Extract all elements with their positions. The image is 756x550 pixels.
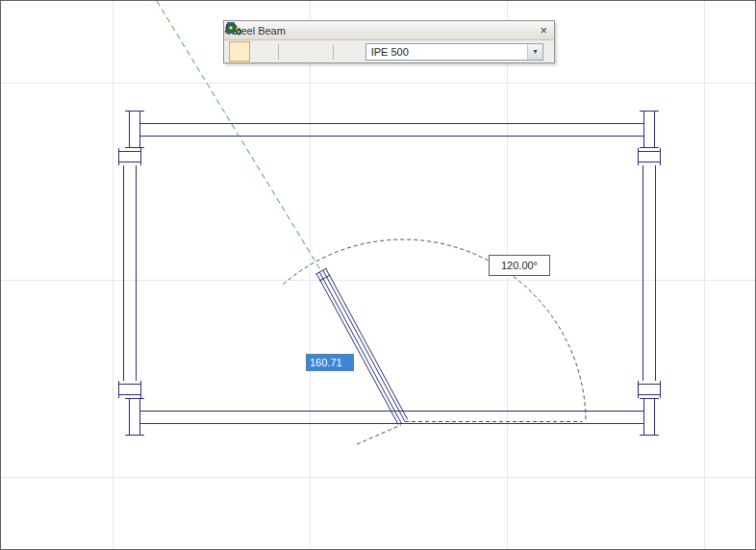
drawing-svg: [1, 1, 756, 550]
profile-combobox-value: IPE 500: [366, 46, 527, 58]
palette-title: Steel Beam: [231, 25, 540, 37]
magic-wand-button[interactable]: [339, 41, 360, 62]
app-window: 120.00° 160.71 Steel Beam ×: [0, 0, 756, 550]
toolbar-separator: [333, 44, 334, 60]
palette-title-bar[interactable]: Steel Beam ×: [224, 21, 554, 40]
close-icon[interactable]: ×: [540, 24, 547, 37]
drawing-canvas[interactable]: 120.00° 160.71 Steel Beam ×: [1, 1, 755, 549]
toolbar-separator: [278, 44, 279, 60]
beam-tool-button[interactable]: [229, 41, 250, 62]
chevron-down-icon[interactable]: ▾: [527, 44, 542, 60]
profile-section-button[interactable]: [252, 41, 273, 62]
steel-beam-palette: Steel Beam ×: [223, 20, 555, 63]
geometry-rectangle-button[interactable]: [307, 41, 328, 62]
geometry-straight-button[interactable]: [284, 41, 305, 62]
angle-value: 120.00°: [501, 260, 538, 271]
profile-combobox[interactable]: IPE 500 ▾: [365, 43, 543, 61]
angle-label: 120.00°: [489, 255, 550, 276]
diagonal-beam-preview: [315, 268, 408, 425]
gears-glyph: [224, 21, 243, 37]
palette-toolbar: IPE 500 ▾: [224, 40, 554, 62]
length-tracker-input[interactable]: 160.71: [306, 354, 354, 371]
